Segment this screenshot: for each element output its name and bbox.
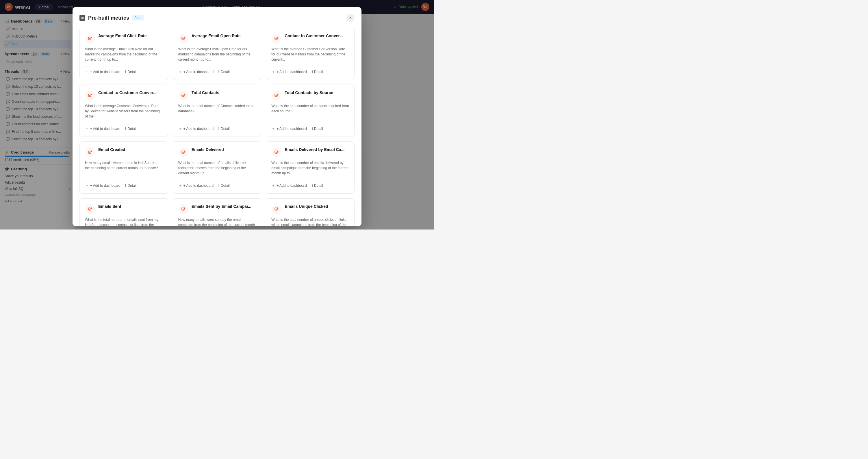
add-icon-4: ＋	[178, 126, 182, 131]
metric-card-title-3: Contact to Customer Conver...	[98, 90, 156, 95]
hubspot-icon-5	[271, 90, 282, 100]
metric-card-title-6: Email Created	[98, 147, 125, 152]
metric-card-header-9: Emails Sent	[85, 204, 163, 214]
modal-title-area: ⊞ Pre-built metrics Beta	[80, 15, 144, 21]
metric-card-title-7: Emails Delivered	[192, 147, 224, 152]
detail-btn-4[interactable]: ℹ Detail	[218, 126, 230, 131]
metric-card-header-8: Emails Delivered by Email Ca...	[271, 147, 349, 157]
metric-card-desc-6: How many emails were created in HubSpot …	[85, 160, 163, 176]
detail-btn-6[interactable]: ℹ Detail	[125, 183, 136, 188]
add-to-dashboard-btn-8[interactable]: ＋ + Add to dashboard	[271, 183, 307, 188]
detail-btn-5[interactable]: ℹ Detail	[311, 126, 323, 131]
metric-card-header-10: Emails Sent by Email Campai...	[178, 204, 256, 214]
add-icon-7: ＋	[178, 183, 182, 188]
metric-card-actions-8: ＋ + Add to dashboard ℹ Detail	[271, 180, 349, 188]
detail-btn-8[interactable]: ℹ Detail	[311, 183, 323, 188]
metric-card-title-11: Emails Unique Clicked	[285, 204, 328, 209]
metric-card-desc-9: What is the total number of emails sent …	[85, 217, 163, 226]
metric-card-title-8: Emails Delivered by Email Ca...	[285, 147, 344, 152]
metric-card-header-11: Emails Unique Clicked	[271, 204, 349, 214]
add-to-dashboard-btn-2[interactable]: ＋ + Add to dashboard	[271, 69, 307, 74]
metric-card-emails-unique-clicked: Emails Unique Clicked What is the total …	[266, 198, 354, 226]
add-to-dashboard-btn-1[interactable]: ＋ + Add to dashboard	[178, 69, 214, 74]
hubspot-icon-8	[271, 147, 282, 157]
add-icon-8: ＋	[271, 183, 275, 188]
metric-card-desc-10: How many emails were sent by the email c…	[178, 217, 256, 226]
add-to-dashboard-btn-4[interactable]: ＋ + Add to dashboard	[178, 126, 214, 131]
metric-card-title-2: Contact to Customer Conver...	[285, 33, 343, 38]
metric-card-title-10: Emails Sent by Email Campai...	[192, 204, 251, 209]
modal-close-button[interactable]: ×	[346, 14, 354, 22]
metric-card-email-created: Email Created How many emails were creat…	[80, 141, 168, 194]
metric-card-desc-2: What is the average Customer Conversion …	[271, 46, 349, 62]
modal-header: ⊞ Pre-built metrics Beta ×	[80, 14, 354, 22]
metric-card-actions-0: ＋ + Add to dashboard ℹ Detail	[85, 66, 163, 74]
metric-card-title-9: Emails Sent	[98, 204, 121, 209]
metric-card-total-contacts-source: Total Contacts by Source What is the tot…	[266, 85, 354, 137]
detail-icon-2: ℹ	[311, 70, 313, 74]
detail-btn-0[interactable]: ℹ Detail	[125, 70, 136, 74]
detail-icon-7: ℹ	[218, 183, 220, 188]
metric-card-actions-5: ＋ + Add to dashboard ℹ Detail	[271, 123, 349, 131]
metric-card-actions-6: ＋ + Add to dashboard ℹ Detail	[85, 180, 163, 188]
metric-card-desc-0: What is the average Email Click Rate for…	[85, 46, 163, 62]
detail-btn-2[interactable]: ℹ Detail	[311, 70, 323, 74]
add-icon-1: ＋	[178, 69, 182, 74]
metric-card-desc-7: What is the total number of emails deliv…	[178, 160, 256, 176]
metric-card-actions-7: ＋ + Add to dashboard ℹ Detail	[178, 180, 256, 188]
metric-card-desc-1: What is the average Email Open Rate for …	[178, 46, 256, 62]
add-icon-6: ＋	[85, 183, 89, 188]
modal-beta-badge: Beta	[132, 15, 144, 21]
metric-card-avg-email-click: Average Email Click Rate What is the ave…	[80, 28, 168, 80]
metric-card-actions-2: ＋ + Add to dashboard ℹ Detail	[271, 66, 349, 74]
metric-card-title-1: Average Email Open Rate	[192, 33, 241, 38]
detail-icon-8: ℹ	[311, 183, 313, 188]
metric-card-header-5: Total Contacts by Source	[271, 90, 349, 100]
detail-icon-0: ℹ	[125, 70, 126, 74]
hubspot-icon-2	[271, 33, 282, 43]
metric-card-header-3: Contact to Customer Conver...	[85, 90, 163, 100]
metric-card-header-6: Email Created	[85, 147, 163, 157]
metric-card-emails-delivered-campaign: Emails Delivered by Email Ca... What is …	[266, 141, 354, 194]
metric-card-emails-sent-campaign: Emails Sent by Email Campai... How many …	[173, 198, 261, 226]
metric-card-actions-4: ＋ + Add to dashboard ℹ Detail	[178, 123, 256, 131]
metric-card-desc-4: What is the total number of Contacts add…	[178, 103, 256, 119]
metric-card-title-0: Average Email Click Rate	[98, 33, 147, 38]
add-icon-5: ＋	[271, 126, 275, 131]
hubspot-icon-3	[85, 90, 95, 100]
hubspot-icon-11	[271, 204, 282, 214]
metric-card-header-7: Emails Delivered	[178, 147, 256, 157]
add-icon-2: ＋	[271, 69, 275, 74]
detail-btn-7[interactable]: ℹ Detail	[218, 183, 230, 188]
metric-card-avg-email-open: Average Email Open Rate What is the aver…	[173, 28, 261, 80]
metric-card-header-2: Contact to Customer Conver...	[271, 33, 349, 43]
detail-icon-3: ℹ	[125, 126, 126, 131]
metric-card-contact-conv2: Contact to Customer Conver... What is th…	[80, 85, 168, 137]
add-to-dashboard-btn-0[interactable]: ＋ + Add to dashboard	[85, 69, 120, 74]
metric-card-total-contacts: Total Contacts What is the total number …	[173, 85, 261, 137]
metric-card-title-5: Total Contacts by Source	[285, 90, 333, 95]
hubspot-icon-7	[178, 147, 189, 157]
metric-card-header-4: Total Contacts	[178, 90, 256, 100]
detail-btn-1[interactable]: ℹ Detail	[218, 70, 230, 74]
metric-card-emails-delivered: Emails Delivered What is the total numbe…	[173, 141, 261, 194]
metric-card-desc-11: What is the total number of unique click…	[271, 217, 349, 226]
hubspot-icon-0	[85, 33, 95, 43]
add-icon-3: ＋	[85, 126, 89, 131]
prebuilt-metrics-modal: ⊞ Pre-built metrics Beta ×	[72, 7, 362, 226]
metric-card-contact-conv1: Contact to Customer Conver... What is th…	[266, 28, 354, 80]
add-icon-0: ＋	[85, 69, 89, 74]
add-to-dashboard-btn-6[interactable]: ＋ + Add to dashboard	[85, 183, 120, 188]
add-to-dashboard-btn-7[interactable]: ＋ + Add to dashboard	[178, 183, 214, 188]
hubspot-icon-9	[85, 204, 95, 214]
detail-btn-3[interactable]: ℹ Detail	[125, 126, 136, 131]
metric-card-emails-sent: Emails Sent What is the total number of …	[80, 198, 168, 226]
metric-card-header-1: Average Email Open Rate	[178, 33, 256, 43]
detail-icon-5: ℹ	[311, 126, 313, 131]
hubspot-icon-6	[85, 147, 95, 157]
add-to-dashboard-btn-5[interactable]: ＋ + Add to dashboard	[271, 126, 307, 131]
hubspot-icon-4	[178, 90, 189, 100]
detail-icon-1: ℹ	[218, 70, 220, 74]
add-to-dashboard-btn-3[interactable]: ＋ + Add to dashboard	[85, 126, 120, 131]
metric-card-desc-8: What is the total number of emails deliv…	[271, 160, 349, 176]
